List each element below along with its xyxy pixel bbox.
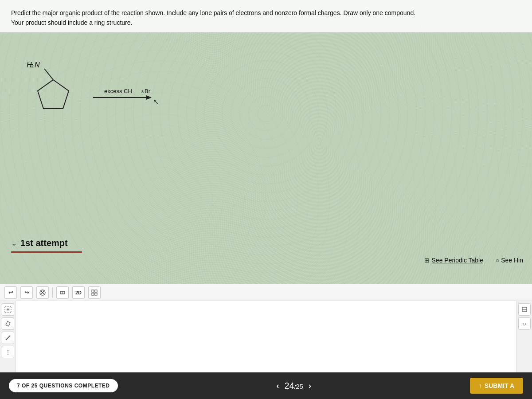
attempt-chevron[interactable]: ⌄ [11,239,17,247]
drawing-area: ↩ ↪ 2D [0,284,532,372]
question-line-2: Your product should include a ring struc… [11,18,521,27]
periodic-table-label: See Periodic Table [432,257,483,264]
drawing-canvas[interactable] [16,301,516,372]
questions-completed: 7 OF 25 QUESTIONS COMPLETED [9,379,118,392]
svg-text:Br: Br [145,88,151,94]
right-tools: ○ [516,301,532,372]
submit-arrow-icon: ↑ [479,382,482,389]
eraser-button[interactable] [56,286,69,299]
extra-tool-label: ⋮ [5,348,11,356]
select-tool-button[interactable] [2,303,14,316]
svg-line-1 [44,69,53,80]
template-button[interactable] [88,286,101,299]
clear-icon [39,289,46,296]
question-area: Predict the major organic product of the… [0,0,532,284]
main-container: Predict the major organic product of the… [0,0,532,399]
clear-button[interactable] [36,286,49,299]
svg-text:excess CH: excess CH [104,88,132,94]
extra-tool-button[interactable]: ⋮ [2,346,14,358]
template-icon [91,289,98,296]
svg-text:↖: ↖ [153,98,159,106]
svg-marker-0 [38,80,69,109]
submit-label: SUBMIT A [485,382,514,389]
attempt-label: 1st attempt [20,238,68,248]
right-tool-1[interactable] [518,303,531,316]
undo-button[interactable]: ↩ [4,286,17,299]
svg-line-23 [6,336,10,340]
hint-icon: ○ [496,257,499,264]
chem-diagram: H ₂ N excess CH 3 Br ↖ [18,40,204,139]
see-hint-link[interactable]: ○ See Hin [496,257,523,264]
erase-icon [5,321,11,327]
svg-rect-19 [95,293,97,295]
svg-text:₂: ₂ [31,61,34,69]
select-icon [4,306,12,313]
drawing-toolbar: ↩ ↪ 2D [0,284,532,301]
bond-tool-button[interactable] [2,332,14,344]
2d-label: 2D [75,290,82,295]
2d-button[interactable]: 2D [72,286,85,299]
current-page: 24 [284,381,294,391]
right-tool-2[interactable]: ○ [518,317,531,330]
submit-button[interactable]: ↑ SUBMIT A [470,378,523,394]
svg-rect-17 [95,290,97,292]
svg-text:3: 3 [141,90,144,94]
question-line-1: Predict the major organic product of the… [11,8,521,18]
prev-page-button[interactable]: ‹ [276,381,279,391]
canvas-area: ⋮ ○ [0,301,532,372]
right-tool-2-icon: ○ [522,320,526,327]
attempt-underline [11,251,82,253]
bond-icon [5,335,11,341]
question-text-area: Predict the major organic product of the… [0,0,532,32]
pagination: ‹ 24/25 › [276,381,311,391]
redo-button[interactable]: ↪ [20,286,33,299]
next-page-button[interactable]: › [309,381,311,391]
svg-rect-16 [92,290,94,292]
see-periodic-table-link[interactable]: ⊞ See Periodic Table [424,257,483,264]
bottom-bar: 7 OF 25 QUESTIONS COMPLETED ‹ 24/25 › ↑ … [0,372,532,399]
reaction-svg: H ₂ N excess CH 3 Br ↖ [18,40,204,137]
erase-tool-button[interactable] [2,317,14,330]
svg-rect-18 [92,293,94,295]
periodic-table-icon: ⊞ [424,257,430,264]
hint-label: See Hin [501,257,523,264]
right-tool-1-icon [521,306,528,313]
attempt-section: ⌄ 1st attempt [11,238,68,248]
left-tools: ⋮ [0,301,16,372]
svg-marker-6 [146,95,152,100]
eraser-icon [59,289,66,296]
svg-text:N: N [35,61,40,69]
page-info: 24/25 [284,381,303,391]
total-pages: 25 [296,383,303,390]
toolbar-separator-1 [52,288,53,297]
